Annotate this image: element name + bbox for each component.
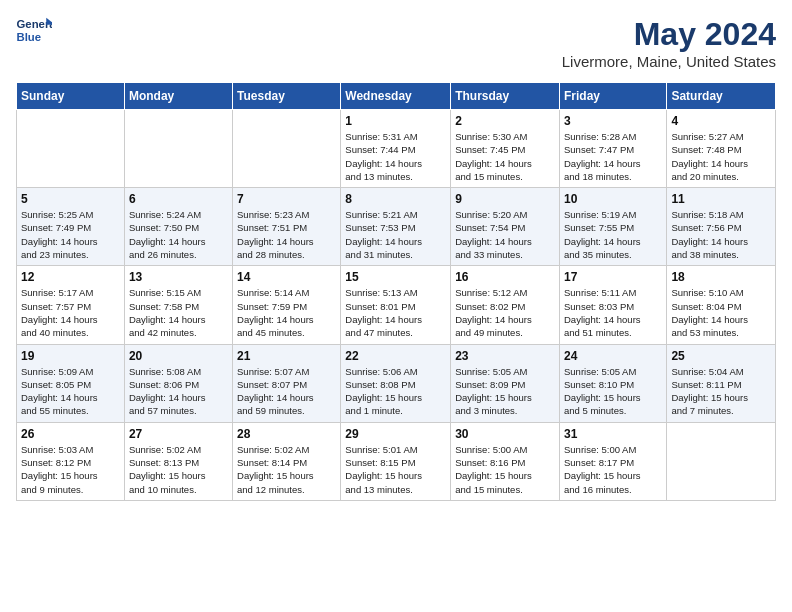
day-info-line: and 33 minutes.	[455, 249, 523, 260]
day-info-line: and 31 minutes.	[345, 249, 413, 260]
day-info-line: Sunrise: 5:17 AM	[21, 287, 93, 298]
day-info-line: Sunrise: 5:05 AM	[455, 366, 527, 377]
day-info-line: Sunrise: 5:13 AM	[345, 287, 417, 298]
day-info-line: and 53 minutes.	[671, 327, 739, 338]
day-info-line: Sunrise: 5:30 AM	[455, 131, 527, 142]
day-info-line: Sunrise: 5:12 AM	[455, 287, 527, 298]
weekday-header-wednesday: Wednesday	[341, 83, 451, 110]
calendar-subtitle: Livermore, Maine, United States	[562, 53, 776, 70]
calendar-cell: 25Sunrise: 5:04 AMSunset: 8:11 PMDayligh…	[667, 344, 776, 422]
day-info: Sunrise: 5:10 AMSunset: 8:04 PMDaylight:…	[671, 286, 771, 339]
day-number: 16	[455, 270, 555, 284]
day-info-line: Sunrise: 5:01 AM	[345, 444, 417, 455]
day-number: 13	[129, 270, 228, 284]
day-number: 3	[564, 114, 662, 128]
day-info-line: Sunset: 8:14 PM	[237, 457, 307, 468]
day-info-line: Sunset: 8:01 PM	[345, 301, 415, 312]
calendar-cell: 7Sunrise: 5:23 AMSunset: 7:51 PMDaylight…	[233, 188, 341, 266]
day-info-line: Sunset: 7:48 PM	[671, 144, 741, 155]
day-number: 22	[345, 349, 446, 363]
weekday-header-sunday: Sunday	[17, 83, 125, 110]
calendar-cell: 23Sunrise: 5:05 AMSunset: 8:09 PMDayligh…	[451, 344, 560, 422]
day-info-line: Sunset: 8:06 PM	[129, 379, 199, 390]
calendar-cell: 8Sunrise: 5:21 AMSunset: 7:53 PMDaylight…	[341, 188, 451, 266]
weekday-header-saturday: Saturday	[667, 83, 776, 110]
day-info-line: Daylight: 14 hours	[21, 236, 98, 247]
day-info-line: Sunrise: 5:04 AM	[671, 366, 743, 377]
day-number: 18	[671, 270, 771, 284]
day-info-line: Daylight: 15 hours	[129, 470, 206, 481]
day-info-line: Sunset: 7:56 PM	[671, 222, 741, 233]
day-number: 10	[564, 192, 662, 206]
day-number: 9	[455, 192, 555, 206]
day-number: 7	[237, 192, 336, 206]
calendar-cell: 5Sunrise: 5:25 AMSunset: 7:49 PMDaylight…	[17, 188, 125, 266]
day-info: Sunrise: 5:23 AMSunset: 7:51 PMDaylight:…	[237, 208, 336, 261]
day-info-line: and 49 minutes.	[455, 327, 523, 338]
day-info-line: Daylight: 14 hours	[564, 158, 641, 169]
day-info-line: Sunset: 7:51 PM	[237, 222, 307, 233]
day-info-line: Sunrise: 5:02 AM	[237, 444, 309, 455]
day-info-line: Sunset: 7:55 PM	[564, 222, 634, 233]
day-info-line: Sunset: 7:45 PM	[455, 144, 525, 155]
calendar-title: May 2024	[562, 16, 776, 53]
day-number: 24	[564, 349, 662, 363]
day-number: 31	[564, 427, 662, 441]
day-info: Sunrise: 5:02 AMSunset: 8:14 PMDaylight:…	[237, 443, 336, 496]
day-info: Sunrise: 5:17 AMSunset: 7:57 PMDaylight:…	[21, 286, 120, 339]
day-info: Sunrise: 5:09 AMSunset: 8:05 PMDaylight:…	[21, 365, 120, 418]
logo-icon: General Blue	[16, 16, 52, 44]
calendar-cell: 13Sunrise: 5:15 AMSunset: 7:58 PMDayligh…	[124, 266, 232, 344]
day-info-line: Sunrise: 5:24 AM	[129, 209, 201, 220]
calendar-cell: 3Sunrise: 5:28 AMSunset: 7:47 PMDaylight…	[559, 110, 666, 188]
day-info-line: Sunset: 7:54 PM	[455, 222, 525, 233]
day-info-line: and 51 minutes.	[564, 327, 632, 338]
day-info-line: Daylight: 14 hours	[129, 314, 206, 325]
day-info-line: Sunset: 7:57 PM	[21, 301, 91, 312]
day-info-line: Sunrise: 5:31 AM	[345, 131, 417, 142]
day-info-line: Sunset: 8:12 PM	[21, 457, 91, 468]
day-number: 20	[129, 349, 228, 363]
weekday-header-row: SundayMondayTuesdayWednesdayThursdayFrid…	[17, 83, 776, 110]
day-info-line: Sunrise: 5:28 AM	[564, 131, 636, 142]
day-info-line: Daylight: 14 hours	[237, 236, 314, 247]
day-info-line: Sunset: 7:59 PM	[237, 301, 307, 312]
calendar-cell: 11Sunrise: 5:18 AMSunset: 7:56 PMDayligh…	[667, 188, 776, 266]
day-info-line: and 47 minutes.	[345, 327, 413, 338]
day-info-line: Sunset: 8:09 PM	[455, 379, 525, 390]
calendar-cell: 1Sunrise: 5:31 AMSunset: 7:44 PMDaylight…	[341, 110, 451, 188]
day-info-line: Daylight: 14 hours	[455, 158, 532, 169]
day-info-line: Sunrise: 5:07 AM	[237, 366, 309, 377]
day-info-line: Daylight: 15 hours	[564, 392, 641, 403]
day-number: 14	[237, 270, 336, 284]
day-number: 11	[671, 192, 771, 206]
day-info-line: Sunset: 8:13 PM	[129, 457, 199, 468]
calendar-cell	[124, 110, 232, 188]
day-info: Sunrise: 5:25 AMSunset: 7:49 PMDaylight:…	[21, 208, 120, 261]
day-info-line: Sunset: 7:53 PM	[345, 222, 415, 233]
day-info-line: and 13 minutes.	[345, 484, 413, 495]
calendar-cell: 20Sunrise: 5:08 AMSunset: 8:06 PMDayligh…	[124, 344, 232, 422]
day-info: Sunrise: 5:21 AMSunset: 7:53 PMDaylight:…	[345, 208, 446, 261]
day-info-line: Sunrise: 5:03 AM	[21, 444, 93, 455]
day-info-line: and 12 minutes.	[237, 484, 305, 495]
calendar-cell: 10Sunrise: 5:19 AMSunset: 7:55 PMDayligh…	[559, 188, 666, 266]
day-number: 8	[345, 192, 446, 206]
day-info: Sunrise: 5:15 AMSunset: 7:58 PMDaylight:…	[129, 286, 228, 339]
day-number: 27	[129, 427, 228, 441]
day-info-line: Daylight: 14 hours	[671, 236, 748, 247]
day-info-line: Sunset: 8:08 PM	[345, 379, 415, 390]
day-number: 2	[455, 114, 555, 128]
day-info: Sunrise: 5:06 AMSunset: 8:08 PMDaylight:…	[345, 365, 446, 418]
day-info-line: and 3 minutes.	[455, 405, 517, 416]
day-info-line: and 35 minutes.	[564, 249, 632, 260]
calendar-cell: 4Sunrise: 5:27 AMSunset: 7:48 PMDaylight…	[667, 110, 776, 188]
day-number: 12	[21, 270, 120, 284]
day-info: Sunrise: 5:00 AMSunset: 8:16 PMDaylight:…	[455, 443, 555, 496]
day-info: Sunrise: 5:07 AMSunset: 8:07 PMDaylight:…	[237, 365, 336, 418]
calendar-cell: 14Sunrise: 5:14 AMSunset: 7:59 PMDayligh…	[233, 266, 341, 344]
day-number: 6	[129, 192, 228, 206]
day-info: Sunrise: 5:02 AMSunset: 8:13 PMDaylight:…	[129, 443, 228, 496]
day-info-line: Sunrise: 5:19 AM	[564, 209, 636, 220]
day-info: Sunrise: 5:18 AMSunset: 7:56 PMDaylight:…	[671, 208, 771, 261]
